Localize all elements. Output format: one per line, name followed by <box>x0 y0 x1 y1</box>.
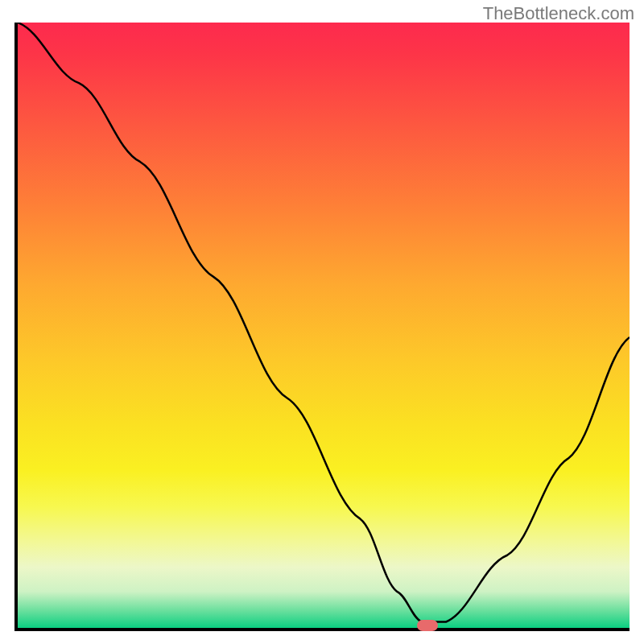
bottleneck-curve <box>18 23 630 621</box>
plot-area <box>14 23 630 631</box>
bottleneck-curve-svg <box>18 23 630 628</box>
watermark-text: TheBottleneck.com <box>483 3 634 24</box>
optimal-marker <box>417 620 438 631</box>
